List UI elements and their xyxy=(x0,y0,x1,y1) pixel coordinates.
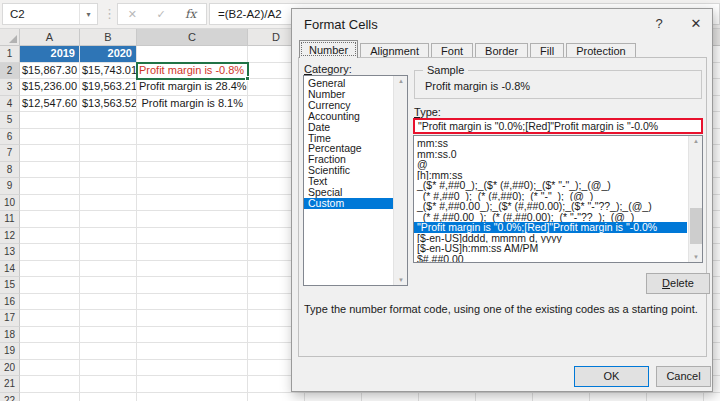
column-header-B[interactable]: B xyxy=(80,29,137,46)
cell-offscreen-4-22[interactable] xyxy=(305,393,362,401)
dialog-tab[interactable]: Alignment xyxy=(360,43,429,58)
cell-B8[interactable] xyxy=(80,162,137,179)
cell-B13[interactable] xyxy=(80,244,137,261)
cell-A14[interactable] xyxy=(20,261,80,278)
scroll-down-icon[interactable]: ▼ xyxy=(394,277,408,283)
cell-C7[interactable] xyxy=(137,145,248,162)
cell-B1[interactable]: 2020 xyxy=(80,46,137,63)
row-header-4[interactable]: 4 xyxy=(0,96,20,113)
cell-C22[interactable] xyxy=(137,393,248,401)
cell-B7[interactable] xyxy=(80,145,137,162)
row-header-20[interactable]: 20 xyxy=(0,360,20,377)
format-code-item[interactable]: _($* #,##0_);_($* (#,##0);_($* "-"_);_(@… xyxy=(414,180,687,191)
dialog-tab[interactable]: Fill xyxy=(530,43,564,58)
row-header-11[interactable]: 11 xyxy=(0,211,20,228)
row-header-15[interactable]: 15 xyxy=(0,277,20,294)
cell-B6[interactable] xyxy=(80,129,137,146)
cell-B4[interactable]: $13,563.52 xyxy=(80,96,137,113)
help-icon[interactable]: ? xyxy=(648,13,670,35)
cell-C18[interactable] xyxy=(137,327,248,344)
cell-A13[interactable] xyxy=(20,244,80,261)
row-header-3[interactable]: 3 xyxy=(0,79,20,96)
cell-C1[interactable] xyxy=(137,46,248,63)
format-code-item[interactable]: $#,##0.00 xyxy=(414,254,687,264)
name-box[interactable]: C2 ▾ xyxy=(2,3,98,25)
format-code-item[interactable]: @ xyxy=(414,159,687,170)
row-header-10[interactable]: 10 xyxy=(0,195,20,212)
name-box-value[interactable]: C2 xyxy=(3,8,79,20)
cell-C12[interactable] xyxy=(137,228,248,245)
column-header-A[interactable]: A xyxy=(20,29,80,46)
select-all-corner[interactable] xyxy=(0,29,20,46)
format-code-item[interactable]: _($* #,##0.00_);_($* (#,##0.00);_($* "-"… xyxy=(414,201,687,212)
category-item[interactable]: Custom xyxy=(304,198,407,209)
cell-offscreen-9-22[interactable] xyxy=(590,393,647,401)
cell-C3[interactable]: Profit margin is 28.4% xyxy=(137,79,248,96)
cell-A10[interactable] xyxy=(20,195,80,212)
row-header-21[interactable]: 21 xyxy=(0,376,20,393)
cell-A6[interactable] xyxy=(20,129,80,146)
cell-B22[interactable] xyxy=(80,393,137,401)
cell-B18[interactable] xyxy=(80,327,137,344)
row-header-5[interactable]: 5 xyxy=(0,112,20,129)
row-header-16[interactable]: 16 xyxy=(0,294,20,311)
cell-C17[interactable] xyxy=(137,310,248,327)
row-header-1[interactable]: 1 xyxy=(0,46,20,63)
cell-C9[interactable] xyxy=(137,178,248,195)
format-code-item[interactable]: [$-en-US]h:mm:ss AM/PM xyxy=(414,243,687,254)
row-header-18[interactable]: 18 xyxy=(0,327,20,344)
cell-B3[interactable]: $19,563.21 xyxy=(80,79,137,96)
cell-A16[interactable] xyxy=(20,294,80,311)
cell-A20[interactable] xyxy=(20,360,80,377)
format-code-item[interactable]: _(* #,##0_);_(* (#,##0);_(* "-"_);_(@_) xyxy=(414,191,687,202)
delete-button[interactable]: Delete xyxy=(646,273,710,294)
row-header-9[interactable]: 9 xyxy=(0,178,20,195)
cell-offscreen-10-22[interactable] xyxy=(647,393,704,401)
row-header-2[interactable]: 2 xyxy=(0,63,20,80)
scrollbar-thumb[interactable] xyxy=(690,208,702,244)
category-item[interactable]: Date xyxy=(304,122,407,133)
cell-A17[interactable] xyxy=(20,310,80,327)
cell-offscreen-7-22[interactable] xyxy=(476,393,533,401)
cell-offscreen-11-22[interactable] xyxy=(704,393,720,401)
row-header-12[interactable]: 12 xyxy=(0,228,20,245)
column-header-C[interactable]: C xyxy=(137,29,248,46)
format-code-scrollbar[interactable]: ▲ ▼ xyxy=(688,136,702,262)
cell-C21[interactable] xyxy=(137,376,248,393)
cell-A1[interactable]: 2019 xyxy=(20,46,80,63)
cell-offscreen-8-22[interactable] xyxy=(533,393,590,401)
row-header-14[interactable]: 14 xyxy=(0,261,20,278)
ok-button[interactable]: OK xyxy=(574,366,649,387)
cell-C6[interactable] xyxy=(137,129,248,146)
cell-A8[interactable] xyxy=(20,162,80,179)
cell-C5[interactable] xyxy=(137,112,248,129)
close-icon[interactable]: ✕ xyxy=(684,13,708,35)
dialog-tab[interactable]: Font xyxy=(431,43,473,58)
cell-C15[interactable] xyxy=(137,277,248,294)
cell-D22[interactable] xyxy=(248,393,305,401)
scroll-down-icon[interactable]: ▼ xyxy=(689,254,703,260)
cell-C14[interactable] xyxy=(137,261,248,278)
cell-B14[interactable] xyxy=(80,261,137,278)
cell-B19[interactable] xyxy=(80,343,137,360)
cell-C19[interactable] xyxy=(137,343,248,360)
enter-formula-icon[interactable]: ✓ xyxy=(156,8,165,21)
category-scrollbar[interactable]: ▲ ▼ xyxy=(393,76,407,285)
cell-A15[interactable] xyxy=(20,277,80,294)
row-header-13[interactable]: 13 xyxy=(0,244,20,261)
row-header-17[interactable]: 17 xyxy=(0,310,20,327)
cell-C13[interactable] xyxy=(137,244,248,261)
cell-B12[interactable] xyxy=(80,228,137,245)
cell-A5[interactable] xyxy=(20,112,80,129)
row-header-8[interactable]: 8 xyxy=(0,162,20,179)
cell-A9[interactable] xyxy=(20,178,80,195)
cell-B10[interactable] xyxy=(80,195,137,212)
scroll-up-icon[interactable]: ▲ xyxy=(394,78,408,84)
cell-C10[interactable] xyxy=(137,195,248,212)
format-code-item[interactable]: "Profit margin is "0.0%;[Red]"Profit mar… xyxy=(414,222,687,233)
cell-B15[interactable] xyxy=(80,277,137,294)
cell-C2[interactable]: Profit margin is -0.8% xyxy=(137,63,248,80)
format-code-item[interactable]: mm:ss xyxy=(414,138,687,149)
cell-offscreen-5-22[interactable] xyxy=(362,393,419,401)
cell-B11[interactable] xyxy=(80,211,137,228)
